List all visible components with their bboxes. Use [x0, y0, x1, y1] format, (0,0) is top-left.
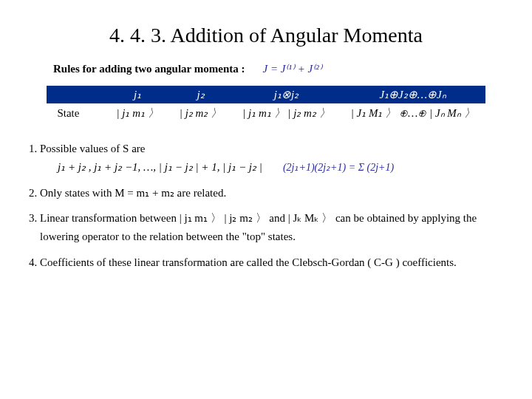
p2-text: Only states with M = m₁ + m₂ are related… — [40, 187, 226, 199]
th-j1: j₁ — [106, 86, 168, 103]
cell-j1: | j₁ m₁ 〉 — [106, 103, 168, 123]
row-label: State — [47, 103, 106, 123]
p1-text: Possible values of S are — [40, 143, 145, 154]
slide: 4. 4. 3. Addition of Angular Momenta Rul… — [0, 0, 532, 293]
th-blank — [47, 86, 106, 103]
th-j1j2: j₁⊗j₂ — [232, 86, 341, 103]
cell-j1j2: | j₁ m₁ 〉 | j₂ m₂ 〉 — [232, 103, 341, 123]
th-Jsum: J₁⊕J₂⊕…⊕Jₙ — [341, 86, 485, 103]
list-item: Possible values of S are j₁ + j₂ , j₁ + … — [40, 140, 505, 177]
points-list: Possible values of S are j₁ + j₂ , j₁ + … — [40, 140, 505, 272]
rules-label: Rules for adding two angular momenta : — [53, 63, 245, 75]
table-row: State | j₁ m₁ 〉 | j₂ m₂ 〉 | j₁ m₁ 〉 | j₂… — [47, 103, 485, 123]
p1-values: j₁ + j₂ , j₁ + j₂ −1, …, | j₁ − j₂ | + 1… — [58, 158, 262, 177]
list-item: Only states with M = m₁ + m₂ are related… — [40, 184, 505, 202]
th-j2: j₂ — [169, 86, 232, 103]
p4-text: Coefficients of these linear transformat… — [40, 256, 457, 268]
angular-table: j₁ j₂ j₁⊗j₂ J₁⊕J₂⊕…⊕Jₙ State | j₁ m₁ 〉 |… — [47, 86, 485, 123]
list-item: Linear transformation between | j₁ m₁ 〉 … — [40, 209, 505, 246]
p3-text: Linear transformation between | j₁ m₁ 〉 … — [40, 212, 477, 242]
p1-sum-formula: (2j₁+1)(2j₂+1) = Σ (2j+1) — [283, 159, 394, 176]
table-header-row: j₁ j₂ j₁⊗j₂ J₁⊕J₂⊕…⊕Jₙ — [47, 86, 485, 103]
list-item: Coefficients of these linear transformat… — [40, 253, 505, 272]
page-title: 4. 4. 3. Addition of Angular Momenta — [27, 24, 505, 47]
rules-formula: J = J⁽¹⁾ + J⁽²⁾ — [262, 62, 321, 75]
cell-j2: | j₂ m₂ 〉 — [169, 103, 232, 123]
rules-line: Rules for adding two angular momenta : J… — [53, 62, 505, 75]
cell-Jsum: | J₁ M₁ 〉 ⊕…⊕ | Jₙ Mₙ 〉 — [341, 103, 485, 123]
